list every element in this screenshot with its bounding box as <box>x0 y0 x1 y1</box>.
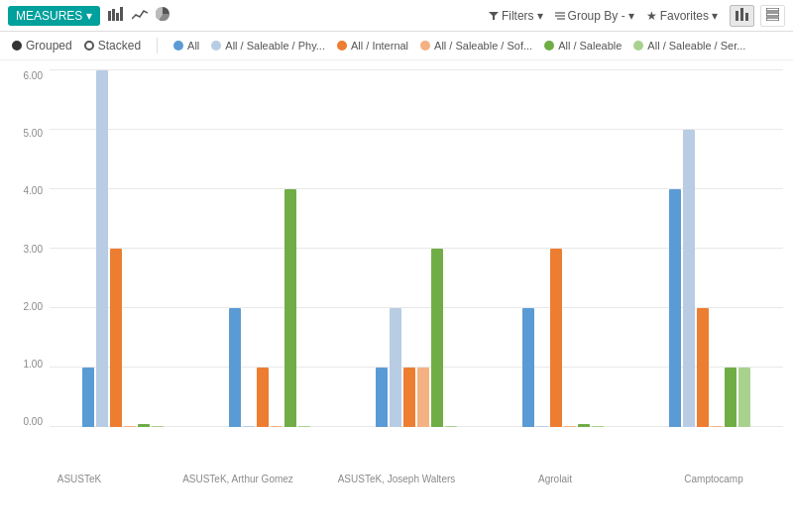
bar-0-0[interactable] <box>82 368 94 427</box>
groupby-label: Group By - <box>568 9 625 23</box>
bar-2-2[interactable] <box>403 368 415 427</box>
svg-rect-2 <box>116 13 119 21</box>
group-section-0 <box>50 70 196 427</box>
legend-dot-internal <box>337 41 347 51</box>
favorites-arrow: ▾ <box>712 9 718 23</box>
legend-dot-all <box>173 41 183 51</box>
legend-item-all[interactable]: All <box>173 40 199 52</box>
bar-0-1[interactable] <box>96 70 108 427</box>
legend-dot-phy <box>211 41 221 51</box>
svg-rect-8 <box>736 11 738 21</box>
list-view-button[interactable] <box>760 5 785 27</box>
measures-label: MEASURES <box>16 9 82 23</box>
bar-4-3[interactable] <box>711 426 723 427</box>
bar-3-3[interactable] <box>564 426 576 427</box>
bar-2-4[interactable] <box>431 249 443 427</box>
bar-1-1[interactable] <box>243 426 255 427</box>
svg-rect-13 <box>766 18 779 21</box>
bar-2-5[interactable] <box>445 426 457 427</box>
legend-text-sof: All / Saleable / Sof... <box>434 40 532 52</box>
legend-item-internal[interactable]: All / Internal <box>337 40 408 52</box>
bar-1-5[interactable] <box>298 426 310 427</box>
bar-2-0[interactable] <box>376 368 388 427</box>
grouped-radio <box>12 41 22 51</box>
x-label-0: ASUSTeK <box>0 474 159 484</box>
bars-row-2 <box>368 70 465 427</box>
legend-item-ser[interactable]: All / Saleable / Ser... <box>633 40 745 52</box>
legend-row: Grouped Stacked AllAll / Saleable / Phy.… <box>0 32 793 60</box>
stacked-button[interactable]: Stacked <box>84 39 141 53</box>
group-section-2 <box>343 70 490 427</box>
bars-row-1 <box>221 70 318 427</box>
legend-item-saleable[interactable]: All / Saleable <box>544 40 622 52</box>
x-label-2: ASUSTeK, Joseph Walters <box>317 474 476 484</box>
legend-text-phy: All / Saleable / Phy... <box>225 40 325 52</box>
group-section-1 <box>196 70 343 427</box>
x-label-4: Camptocamp <box>634 474 793 484</box>
stacked-radio <box>84 41 94 51</box>
measures-button[interactable]: MEASURES ▾ <box>8 6 100 26</box>
y-axis-label: 1.00 <box>5 359 43 370</box>
bar-2-3[interactable] <box>417 368 429 427</box>
bar-4-2[interactable] <box>697 308 709 427</box>
bar-1-3[interactable] <box>271 426 283 427</box>
line-chart-icon[interactable] <box>132 7 148 24</box>
legend-items: AllAll / Saleable / Phy...All / Internal… <box>173 40 745 52</box>
bar-chart-icon[interactable] <box>108 7 124 24</box>
bar-view-button[interactable] <box>730 5 754 27</box>
legend-item-sof[interactable]: All / Saleable / Sof... <box>420 40 532 52</box>
bar-1-4[interactable] <box>284 189 296 427</box>
bar-3-5[interactable] <box>592 426 604 427</box>
legend-divider <box>157 38 158 53</box>
chart-mode-buttons: Grouped Stacked <box>12 39 141 53</box>
bar-4-0[interactable] <box>669 189 681 427</box>
bar-4-5[interactable] <box>738 368 750 427</box>
bar-3-0[interactable] <box>522 308 534 427</box>
bar-4-4[interactable] <box>725 368 736 427</box>
x-label-3: Agrolait <box>476 474 634 484</box>
svg-rect-0 <box>108 11 111 21</box>
toolbar-filters: Filters ▾ Group By - ▾ ★ Favorites ▾ <box>489 9 718 23</box>
groupby-arrow: ▾ <box>628 9 634 23</box>
bar-0-5[interactable] <box>152 426 164 427</box>
filters-button[interactable]: Filters ▾ <box>489 9 543 23</box>
legend-text-ser: All / Saleable / Ser... <box>647 40 745 52</box>
y-axis-label: 4.00 <box>5 185 43 196</box>
y-axis-label: 2.00 <box>5 301 43 312</box>
grouped-button[interactable]: Grouped <box>12 39 72 53</box>
group-section-4 <box>636 70 783 427</box>
svg-rect-12 <box>766 13 779 16</box>
svg-rect-3 <box>120 7 123 21</box>
pie-chart-icon[interactable] <box>156 7 170 24</box>
svg-marker-4 <box>489 12 499 20</box>
groupby-button[interactable]: Group By - ▾ <box>555 9 634 23</box>
bar-1-0[interactable] <box>229 308 241 427</box>
bar-2-1[interactable] <box>390 308 401 427</box>
bar-3-2[interactable] <box>550 249 562 427</box>
bar-0-4[interactable] <box>138 424 150 427</box>
svg-rect-9 <box>740 8 743 21</box>
group-section-3 <box>490 70 636 427</box>
toolbar-chart-icons <box>108 7 170 24</box>
bar-4-1[interactable] <box>683 130 695 427</box>
x-label-1: ASUSTeK, Arthur Gomez <box>159 474 317 484</box>
filter-arrow: ▾ <box>537 9 543 23</box>
bar-0-3[interactable] <box>124 426 136 427</box>
bars-row-4 <box>661 70 758 427</box>
bar-1-2[interactable] <box>257 368 269 427</box>
legend-text-saleable: All / Saleable <box>558 40 622 52</box>
y-axis-label: 0.00 <box>5 416 43 427</box>
measures-arrow: ▾ <box>86 9 92 23</box>
bars-row-3 <box>514 70 612 427</box>
y-axis-label: 6.00 <box>5 70 43 81</box>
bar-0-2[interactable] <box>110 249 122 427</box>
bar-3-4[interactable] <box>578 424 590 427</box>
toolbar: MEASURES ▾ Filters ▾ Group By - ▾ ★ Favo… <box>0 0 793 32</box>
bars-row-0 <box>74 70 171 427</box>
y-axis: 0.001.002.003.004.005.006.00 <box>5 70 43 447</box>
favorites-button[interactable]: ★ Favorites ▾ <box>646 9 718 23</box>
legend-item-phy[interactable]: All / Saleable / Phy... <box>211 40 325 52</box>
bar-3-1[interactable] <box>536 426 548 427</box>
legend-text-all: All <box>187 40 199 52</box>
legend-dot-ser <box>633 41 643 51</box>
